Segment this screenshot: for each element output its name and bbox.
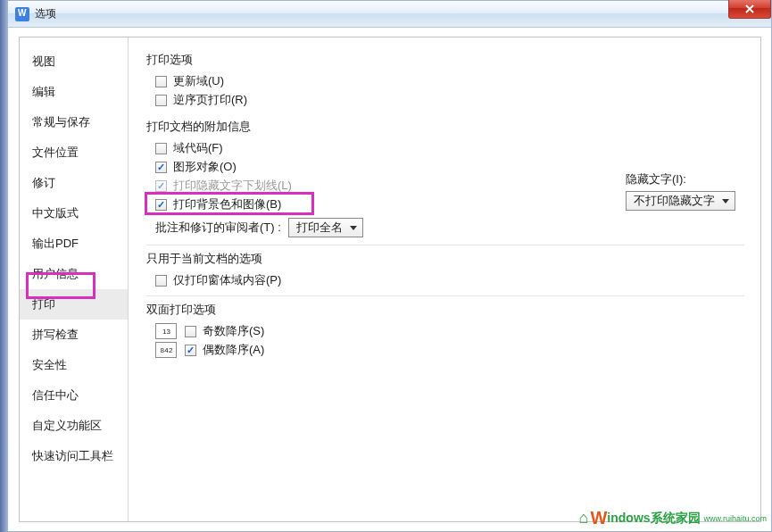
label-update-fields: 更新域(U) (173, 73, 224, 89)
titlebar: 选项 (8, 1, 771, 28)
close-icon (744, 4, 755, 14)
label-hidden-underline: 打印隐藏文字下划线(L) (173, 178, 292, 194)
hidden-text-group: 隐藏文字(I): 不打印隐藏文字 (626, 171, 735, 211)
sidebar-item-edit[interactable]: 编辑 (20, 77, 128, 107)
sidebar-item-trustcenter[interactable]: 信任中心 (20, 380, 128, 411)
sidebar-item-spelling[interactable]: 拼写检查 (20, 320, 128, 350)
checkbox-bg-images[interactable] (155, 199, 167, 211)
label-field-codes: 域代码(F) (173, 140, 223, 156)
label-hidden-text: 隐藏文字(I): (626, 171, 735, 187)
duplex-even-icon: 8 4 2 (155, 342, 177, 358)
content-area: 视图 编辑 常规与保存 文件位置 修订 中文版式 输出PDF 用户信息 打印 拼… (19, 37, 761, 522)
sidebar-item-view[interactable]: 视图 (20, 46, 128, 77)
checkbox-odd-desc[interactable] (185, 326, 196, 337)
checkbox-drawing-objects[interactable] (155, 162, 167, 173)
divider (146, 295, 744, 296)
sidebar-item-print[interactable]: 打印 (20, 289, 128, 320)
dropdown-reviewer-value: 打印全名 (296, 220, 343, 236)
section-print-options: 打印选项 (146, 52, 744, 68)
dropdown-reviewer[interactable]: 打印全名 (288, 218, 363, 237)
main-panel: 打印选项 更新域(U) 逆序页打印(R) 打印文档的附加信息 域代码(F) 图形… (129, 37, 760, 521)
label-reviewer: 批注和修订的审阅者(T) : (155, 220, 281, 236)
section-doc-addl: 打印文档的附加信息 (146, 119, 744, 135)
duplex-odd-icon: 1 3 (155, 323, 177, 339)
watermark: ⌂ W indows系统家园 www.ruihaitu.com (579, 508, 767, 528)
sidebar-item-filelocation[interactable]: 文件位置 (20, 137, 128, 168)
section-current-doc: 只用于当前文档的选项 (146, 251, 744, 267)
label-even-desc: 偶数降序(A) (203, 342, 264, 358)
checkbox-reverse-order[interactable] (155, 95, 167, 106)
chevron-down-icon (346, 226, 361, 230)
checkbox-field-codes[interactable] (155, 143, 167, 154)
label-reverse-order: 逆序页打印(R) (173, 92, 247, 108)
chevron-down-icon (718, 199, 733, 204)
label-drawing-objects: 图形对象(O) (173, 159, 237, 175)
label-bg-images: 打印背景色和图像(B) (173, 196, 281, 212)
label-odd-desc: 奇数降序(S) (203, 323, 264, 339)
section-duplex: 双面打印选项 (146, 302, 744, 318)
sidebar: 视图 编辑 常规与保存 文件位置 修订 中文版式 输出PDF 用户信息 打印 拼… (20, 37, 129, 521)
sidebar-item-chinese[interactable]: 中文版式 (20, 198, 128, 229)
close-button[interactable] (728, 0, 771, 19)
dropdown-hidden-text-value: 不打印隐藏文字 (634, 193, 715, 209)
app-icon (15, 7, 29, 21)
checkbox-update-fields[interactable] (155, 76, 167, 87)
window-title: 选项 (35, 6, 56, 21)
sidebar-item-general[interactable]: 常规与保存 (20, 107, 128, 137)
checkbox-hidden-underline (155, 180, 167, 192)
house-icon: ⌂ (579, 509, 589, 528)
divider (146, 245, 744, 245)
sidebar-item-userinfo[interactable]: 用户信息 (20, 259, 128, 289)
sidebar-item-quickaccess[interactable]: 快速访问工具栏 (20, 441, 128, 471)
dropdown-hidden-text[interactable]: 不打印隐藏文字 (626, 191, 735, 211)
checkbox-even-desc[interactable] (185, 345, 196, 356)
sidebar-item-customribbon[interactable]: 自定义功能区 (20, 411, 128, 441)
sidebar-item-security[interactable]: 安全性 (20, 350, 128, 380)
label-form-fields: 仅打印窗体域内容(P) (173, 272, 281, 288)
options-dialog: 选项 视图 编辑 常规与保存 文件位置 修订 中文版式 输出PDF 用户信息 打… (7, 0, 772, 532)
sidebar-item-outputpdf[interactable]: 输出PDF (20, 229, 128, 259)
checkbox-form-fields[interactable] (155, 275, 167, 287)
sidebar-item-revision[interactable]: 修订 (20, 168, 128, 198)
